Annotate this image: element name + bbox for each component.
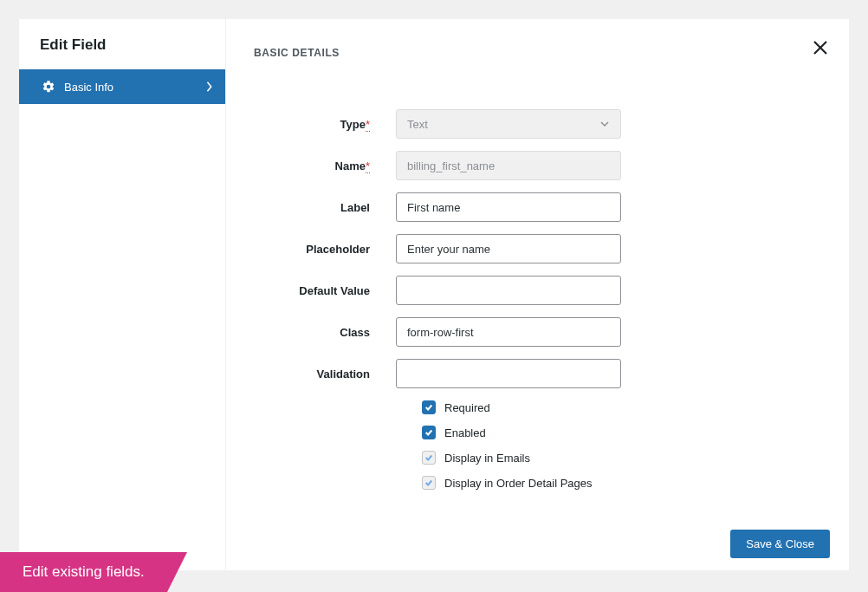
class-input[interactable] — [396, 317, 621, 347]
required-checkbox-label: Required — [444, 401, 490, 414]
check-icon — [424, 428, 433, 437]
check-enabled: Enabled — [254, 426, 821, 439]
enabled-checkbox[interactable] — [422, 426, 436, 439]
label-placeholder: Placeholder — [254, 243, 396, 256]
required-checkbox[interactable] — [422, 400, 436, 414]
save-close-button[interactable]: Save & Close — [730, 530, 830, 558]
check-required: Required — [254, 400, 821, 414]
main-panel: BASIC DETAILS Type* Text Name* — [225, 19, 849, 570]
display-emails-checkbox-label: Display in Emails — [444, 452, 530, 465]
validation-input[interactable] — [396, 359, 621, 388]
name-input[interactable] — [396, 151, 621, 180]
label-input[interactable] — [396, 192, 621, 222]
row-class: Class — [254, 317, 821, 347]
row-validation: Validation — [254, 359, 821, 388]
sidebar-header: Edit Field — [19, 19, 225, 69]
placeholder-input[interactable] — [396, 234, 621, 263]
section-title: BASIC DETAILS — [226, 19, 849, 59]
row-default: Default Value — [254, 276, 821, 305]
label-default: Default Value — [254, 284, 396, 297]
row-name: Name* — [254, 151, 821, 180]
annotation-ribbon: Edit existing fields. — [0, 552, 167, 592]
check-icon — [424, 453, 433, 462]
display-emails-checkbox[interactable] — [422, 451, 436, 465]
label-label: Label — [254, 201, 396, 214]
check-icon — [424, 403, 433, 412]
sidebar: Edit Field Basic Info — [19, 19, 225, 570]
display-order-checkbox-label: Display in Order Detail Pages — [444, 477, 593, 490]
close-icon — [813, 40, 828, 55]
close-button[interactable] — [813, 40, 828, 55]
check-icon — [424, 478, 433, 487]
sidebar-item-basic-info[interactable]: Basic Info — [19, 69, 225, 104]
sidebar-item-label: Basic Info — [64, 81, 206, 94]
modal: Edit Field Basic Info BASIC DETAILS Type… — [19, 19, 849, 570]
required-indicator: * — [366, 159, 370, 173]
label-validation: Validation — [254, 368, 396, 381]
form: Type* Text Name* Label — [254, 109, 821, 501]
sidebar-title: Edit Field — [40, 36, 204, 54]
required-indicator: * — [366, 118, 370, 132]
row-label: Label — [254, 192, 821, 222]
display-order-checkbox[interactable] — [422, 476, 436, 490]
row-type: Type* Text — [254, 109, 821, 139]
footer: Save & Close — [226, 517, 849, 570]
check-display-emails: Display in Emails — [254, 451, 821, 465]
check-display-order: Display in Order Detail Pages — [254, 476, 821, 490]
checkbox-group: Required Enabled Display in Emails — [254, 400, 821, 490]
row-placeholder: Placeholder — [254, 234, 821, 263]
default-input[interactable] — [396, 276, 621, 305]
gear-icon — [42, 80, 55, 94]
type-select-value: Text — [407, 118, 428, 131]
ribbon-text: Edit existing fields. — [23, 563, 145, 581]
label-type: Type* — [254, 118, 396, 131]
enabled-checkbox-label: Enabled — [444, 426, 486, 439]
label-class: Class — [254, 326, 396, 339]
type-select[interactable]: Text — [396, 109, 621, 139]
label-name: Name* — [254, 159, 396, 172]
chevron-right-icon — [206, 81, 213, 92]
chevron-down-icon — [599, 119, 610, 129]
